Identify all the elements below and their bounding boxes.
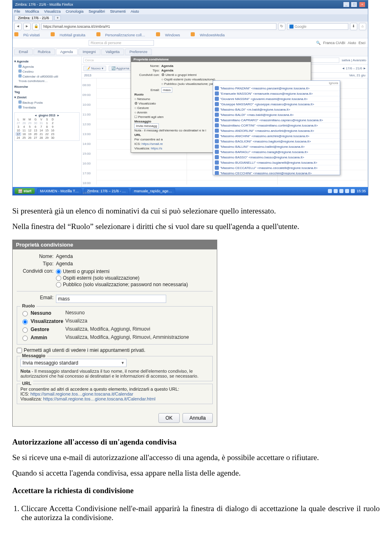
ignore-link[interactable]: Ignora <box>213 81 340 86</box>
ok-button[interactable]: OK <box>158 413 179 423</box>
suggestion-item[interactable]: "Massimo BAGLIONI" <massimo.baglioni@reg… <box>213 139 340 144</box>
browser-tab[interactable]: Zimbra: 17/6 - 21/6 <box>14 15 53 21</box>
suggestion-item[interactable]: "Giuseppe MASSARO" <giuseppe.massaro@reg… <box>213 102 340 107</box>
suggestion-item[interactable]: "Massimiliano CORTINI" <massimiliano.cor… <box>213 123 340 128</box>
bookmark-windows[interactable]: Windows <box>156 33 185 37</box>
suggestion-item[interactable]: "Giovanni MASSINI" <giovanni.massini@reg… <box>213 96 340 102</box>
menu-edit[interactable]: Modifica <box>25 9 39 13</box>
value-type: Agenda <box>56 261 73 267</box>
role-radio[interactable] <box>22 336 28 341</box>
radio-input[interactable] <box>56 269 61 274</box>
suggestion-item[interactable]: "Massimo BALDI" <mas.baldi@regione.tosca… <box>213 112 340 118</box>
permit-checkbox[interactable]: Permetti agli utenti di vedere i miei ap… <box>17 347 213 354</box>
role-nessuno[interactable]: Nessuno Nessuno <box>20 309 209 317</box>
suggestion-item[interactable]: "Massimo ANDORLINI" <massimo.andorlini@r… <box>213 128 340 133</box>
sidebar-item-find-shares[interactable]: Trova condivisioni… <box>14 79 80 83</box>
tray-icon[interactable] <box>339 189 343 193</box>
view-options[interactable]: sativa | Avanzato <box>342 58 366 62</box>
view-url[interactable]: Visualizza: https://smail.regione.tos…gi… <box>20 396 209 401</box>
tab-preferenze[interactable]: Preferenze <box>125 49 152 55</box>
message-select[interactable]: Invia messaggio standard ▼ <box>20 359 127 367</box>
suggestion-item[interactable]: "Emanuele MASSON" <emanuele.masson@regio… <box>213 91 340 96</box>
role-radio[interactable] <box>22 327 28 333</box>
suggestion-item[interactable]: "Massimo BALDI" <m.baldi@regione.toscana… <box>213 107 340 112</box>
sidebar-item-trash[interactable]: Cestino <box>14 69 80 74</box>
zimlet-backup[interactable]: Backup Posta <box>14 100 80 105</box>
menu-history[interactable]: Cronologia <box>66 9 84 13</box>
menu-file[interactable]: File <box>14 9 20 13</box>
start-button[interactable]: 🪟 start <box>15 188 35 194</box>
role-radio[interactable] <box>22 319 28 325</box>
bookmark-custom[interactable]: Personalizzazione coll… <box>96 33 150 37</box>
sidebar-item-shared-cal[interactable]: Calendar di utf00000-util <box>14 74 80 79</box>
tray-icon[interactable] <box>334 189 338 193</box>
tray-icon[interactable] <box>351 189 355 193</box>
radio-external[interactable]: Ospiti esterni (solo visualizzazione) <box>56 275 188 281</box>
suggestion-item[interactable]: "Massimo CECCATELLI" <massimo.ceccatelli… <box>213 165 340 171</box>
role-group: Ruolo Nessuno Nessuno Visualizzatore Vis… <box>17 306 213 345</box>
search-icon[interactable]: 🔍 <box>316 41 321 45</box>
role-visualizzatore[interactable]: Visualizzatore Visualizza <box>20 317 209 325</box>
taskbar-item[interactable]: MAXIMEN - Mozilla T… <box>37 188 82 194</box>
tray-icon[interactable] <box>345 189 349 193</box>
new-button[interactable]: 📝 Nuovo ▾ <box>83 66 106 71</box>
suggestion-item[interactable]: "Massimiliano CAPRARO" <massimiliano.cap… <box>213 118 340 123</box>
doc-subheading: Accettare la richiesta di condivisione <box>12 485 380 496</box>
refresh-button[interactable]: 🔄 Aggiorna <box>109 66 132 71</box>
taskbar-item[interactable]: manuale_rapido_age… <box>131 188 175 194</box>
home-icon[interactable]: ⌂ <box>359 23 366 30</box>
cancel-button[interactable]: Annulla <box>183 413 213 423</box>
minimize-icon[interactable]: _ <box>343 2 350 7</box>
menu-view[interactable]: Visualizza <box>44 9 60 13</box>
forward-icon[interactable]: ► <box>23 23 31 30</box>
radio-input[interactable] <box>56 282 61 287</box>
system-tray: 15:35 <box>328 189 366 193</box>
url-field[interactable]: https://smail.regione.toscana.it/zimbra/… <box>41 23 276 30</box>
reload-icon[interactable]: ↻ <box>278 23 285 30</box>
tray-icon[interactable] <box>328 189 332 193</box>
suggestion-item[interactable]: "Massimo CECCHINI" <massimo.cecchini@reg… <box>213 171 340 175</box>
menu-tools[interactable]: Strumenti <box>110 9 126 13</box>
role-radio[interactable] <box>22 311 28 316</box>
zimlet-trenitalia[interactable]: Trenitalia <box>14 105 80 110</box>
tab-impegni[interactable]: Impegni <box>78 49 100 55</box>
menu-help[interactable]: Aiuto <box>131 9 139 13</box>
radio-input[interactable] <box>56 276 61 281</box>
sidebar-item-agenda[interactable]: Agenda <box>14 64 80 69</box>
download-icon[interactable]: ⬇ <box>350 23 357 30</box>
radio-internal[interactable]: Utenti o gruppi interni <box>56 268 188 275</box>
suggestion-item[interactable]: "Massimo BARAGLI" <massimo.baragli@regio… <box>213 149 340 155</box>
tab-rubrica[interactable]: Rubrica <box>33 49 55 55</box>
bookmark-most-visited[interactable]: Più visitati <box>14 33 45 37</box>
maximize-icon[interactable]: □ <box>351 2 357 7</box>
suggestion-item[interactable]: "Massimo PANZANI" <massimo.panzani@regio… <box>213 86 340 91</box>
new-tab-button[interactable]: + <box>54 16 61 20</box>
radio-public[interactable]: Pubblico (solo visualizzazione; password… <box>56 281 188 288</box>
checkbox-input[interactable] <box>17 348 22 353</box>
tab-agenda[interactable]: Agenda <box>56 49 78 55</box>
suggestion-item[interactable]: "Massimo BALLINI" <massimo.ballini@regio… <box>213 144 340 149</box>
people-search[interactable]: Ricerca di persone <box>89 40 154 46</box>
tab-email[interactable]: Email <box>14 49 33 55</box>
logout-link[interactable]: Esci <box>359 41 365 45</box>
date-nav[interactable]: ◄ 17/6 – 21/6 ► <box>342 67 366 70</box>
bookmark-windowsmedia[interactable]: WindowsMedia <box>191 33 229 37</box>
mini-calendar[interactable]: ◄ giugno 2013 ► LMMGVSD 272829303112 345… <box>14 112 80 141</box>
suggestion-item[interactable]: "Massimo BASSO" <massimo.basso@regione.t… <box>213 155 340 160</box>
ics-url[interactable]: ICS: https://smail.regione.tos…gione.tos… <box>20 391 209 396</box>
suggestion-item[interactable]: "Massimo BUGIANELLI" <massimo.bugianelli… <box>213 160 340 165</box>
browser-search[interactable]: 🟦 Google <box>287 23 348 30</box>
help-link[interactable]: Aiuto <box>347 41 356 45</box>
back-icon[interactable]: ◄ <box>14 23 22 30</box>
suggestion-text: "Massimiliano CAPRARO" <massimiliano.cap… <box>220 118 323 122</box>
menu-bookmarks[interactable]: Segnalibri <box>89 9 105 13</box>
role-gestore[interactable]: Gestore Visualizza, Modifica, Aggiungi, … <box>20 325 209 334</box>
email-input[interactable]: mass <box>161 87 172 93</box>
section-agende: ▾ Agende <box>14 60 80 63</box>
role-ammin[interactable]: Ammin Visualizza, Modifica, Aggiungi, Ri… <box>20 334 209 342</box>
close-icon[interactable]: × <box>359 2 365 7</box>
bookmark-hotmail[interactable]: HotMail gratuita <box>51 33 90 37</box>
suggestion-item[interactable]: "Massimo ANICHINI" <massimo.anichini@reg… <box>213 133 340 139</box>
tab-valigetta[interactable]: Valigetta <box>101 49 124 55</box>
email-input[interactable]: mass <box>56 295 166 303</box>
